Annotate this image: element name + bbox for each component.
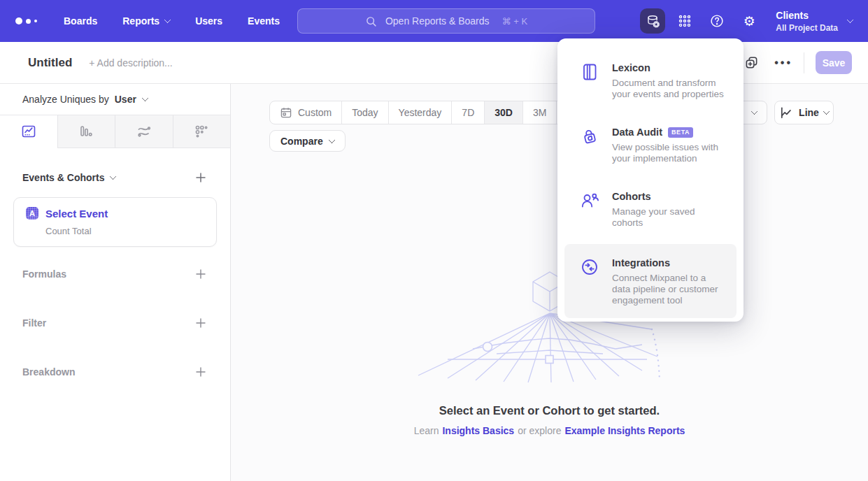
menu-item-title: Lexicon <box>612 62 650 73</box>
example-reports-link[interactable]: Example Insights Reports <box>564 425 685 436</box>
nav-users[interactable]: Users <box>195 15 222 27</box>
nav-reports[interactable]: Reports <box>122 15 170 27</box>
breakdown-label: Breakdown <box>22 366 75 378</box>
range-today[interactable]: Today <box>341 101 387 124</box>
more-options-button[interactable]: ••• <box>774 57 792 69</box>
plus-icon <box>195 366 206 378</box>
menu-item-lexicon[interactable]: Lexicon Document and transform your even… <box>564 51 737 110</box>
mixpanel-logo[interactable] <box>15 17 37 24</box>
range-30d[interactable]: 30D <box>484 101 522 124</box>
search-shortcut: ⌘ + K <box>502 16 528 27</box>
primary-nav: Boards Reports Users Events <box>64 15 280 27</box>
empty-state-text: Learn <box>414 425 439 436</box>
search-placeholder: Open Reports & Boards <box>385 15 490 27</box>
chart-tabs <box>0 115 230 148</box>
bar-chart-icon <box>78 123 94 140</box>
tab-retention[interactable] <box>173 115 231 148</box>
menu-item-integrations[interactable]: Integrations Connect Mixpanel to a data … <box>564 244 737 318</box>
cohorts-people-icon <box>580 191 599 210</box>
data-management-menu: Lexicon Document and transform your even… <box>557 38 744 322</box>
beta-badge: BETA <box>668 127 693 138</box>
data-management-button[interactable] <box>640 8 665 34</box>
menu-item-description: Connect Mixpanel to a data pipeline or c… <box>612 273 727 306</box>
add-event-button[interactable] <box>194 171 208 185</box>
menu-item-description: Document and transform your events and p… <box>612 78 727 100</box>
save-button[interactable]: Save <box>816 51 852 74</box>
menu-item-description: Manage your saved cohorts <box>612 206 727 229</box>
formulas-section: Formulas <box>0 266 230 282</box>
range-yesterday[interactable]: Yesterday <box>388 101 452 124</box>
nav-events[interactable]: Events <box>248 15 280 27</box>
compare-dropdown[interactable]: Compare <box>269 130 346 152</box>
empty-state-title: Select an Event or Cohort to get started… <box>231 404 868 417</box>
project-switcher[interactable]: Clients All Project Data <box>776 10 853 33</box>
plus-icon <box>195 268 206 280</box>
tab-flow[interactable] <box>115 115 173 148</box>
chevron-down-icon <box>164 17 171 24</box>
add-description-field[interactable]: + Add description... <box>89 57 172 69</box>
line-chart-icon <box>779 106 794 120</box>
project-name: All Project Data <box>776 23 838 33</box>
settings-button[interactable]: ⚙ <box>737 8 762 34</box>
empty-state-text: or explore <box>518 425 561 436</box>
aggregation-dropdown[interactable]: Count Total <box>45 226 205 236</box>
tab-insights[interactable] <box>0 115 57 148</box>
report-actions: ••• Save <box>741 51 852 74</box>
formulas-label: Formulas <box>22 268 66 280</box>
events-cohorts-label[interactable]: Events & Cohorts <box>22 172 104 183</box>
help-button[interactable] <box>704 8 730 34</box>
tab-bar-chart[interactable] <box>57 115 115 148</box>
chevron-down-icon <box>823 108 830 115</box>
chevron-down-icon <box>751 108 758 115</box>
chevron-down-icon <box>110 173 117 180</box>
mixpanel-app: Boards Reports Users Events Open Reports… <box>0 0 868 481</box>
breakdown-section: Breakdown <box>0 364 230 380</box>
menu-item-title: Data Audit <box>612 127 662 138</box>
chart-type-dropdown[interactable]: Line <box>774 101 834 124</box>
lexicon-book-icon <box>580 62 599 82</box>
insights-basics-link[interactable]: Insights Basics <box>442 425 514 436</box>
analyze-entity-dropdown[interactable]: User <box>115 94 136 105</box>
chevron-down-icon <box>847 17 854 24</box>
menu-item-data-audit[interactable]: Data AuditBETA View possible issues with… <box>564 115 737 174</box>
date-controls-row: Custom Today Yesterday 7D 30D 3M 6M 12M <box>269 101 834 124</box>
grid-icon <box>677 13 692 29</box>
duplicate-icon <box>744 55 759 70</box>
add-filter-button[interactable] <box>194 316 208 330</box>
flow-icon <box>136 123 152 140</box>
org-name: Clients <box>776 10 838 21</box>
menu-item-title: Cohorts <box>612 191 651 202</box>
data-audit-lock-icon <box>580 127 599 146</box>
chevron-down-icon <box>141 95 148 102</box>
events-cohorts-header: Events & Cohorts <box>0 169 230 186</box>
search-icon <box>365 15 377 27</box>
apps-grid-button[interactable] <box>672 8 697 34</box>
menu-item-cohorts[interactable]: Cohorts Manage your saved cohorts <box>564 180 737 238</box>
filter-label: Filter <box>22 317 46 329</box>
select-event-button[interactable]: Select Event <box>45 208 108 220</box>
duplicate-button[interactable] <box>741 52 762 73</box>
range-custom[interactable]: Custom <box>270 101 341 124</box>
add-breakdown-button[interactable] <box>194 365 208 379</box>
insights-chart-icon <box>20 123 37 140</box>
nav-boards[interactable]: Boards <box>64 15 97 27</box>
divider <box>804 52 804 73</box>
range-3m[interactable]: 3M <box>522 101 556 124</box>
analyze-row: Analyze Uniques by User <box>0 84 230 115</box>
add-formula-button[interactable] <box>194 267 208 281</box>
topbar: Boards Reports Users Events Open Reports… <box>0 0 868 42</box>
series-badge: A <box>26 207 38 220</box>
query-sidebar: Analyze Uniques by User <box>0 84 231 481</box>
search-input[interactable]: Open Reports & Boards ⌘ + K <box>297 8 595 34</box>
menu-item-title: Integrations <box>612 257 670 268</box>
help-icon <box>709 13 725 29</box>
event-card[interactable]: A Select Event Count Total <box>13 197 217 247</box>
range-7d[interactable]: 7D <box>451 101 484 124</box>
gear-icon: ⚙ <box>744 15 755 28</box>
calendar-icon <box>280 106 292 119</box>
retention-dots-icon <box>193 123 210 140</box>
report-title[interactable]: Untitled <box>28 56 72 70</box>
analyze-label: Analyze Uniques by <box>22 94 109 105</box>
chevron-down-icon <box>328 136 335 143</box>
integrations-sync-icon <box>580 257 599 277</box>
